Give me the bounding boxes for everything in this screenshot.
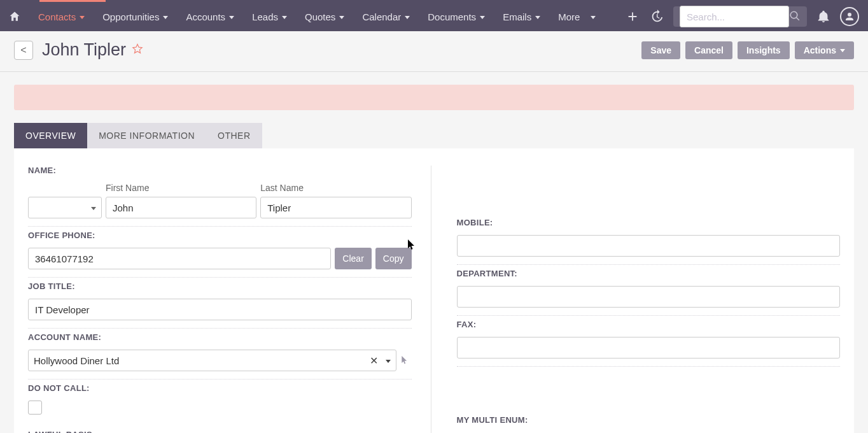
account-name-value[interactable]: Hollywood Diner Ltd [34,355,366,366]
nav-leads-label: Leads [252,11,278,22]
do-not-call-checkbox[interactable] [28,401,42,415]
nav-quotes[interactable]: Quotes [296,2,353,31]
nav-accounts[interactable]: Accounts [177,2,243,31]
chevron-down-icon [339,16,344,19]
mobile-input[interactable] [457,235,841,257]
account-clear-icon[interactable]: ✕ [366,355,382,367]
chevron-down-icon [282,16,287,19]
search-icon[interactable] [789,10,801,24]
insights-button[interactable]: Insights [738,41,790,59]
job-title-label: JOB TITLE: [28,281,412,291]
history-icon[interactable] [649,9,664,24]
account-name-label: ACCOUNT NAME: [28,332,412,342]
nav-documents[interactable]: Documents [419,2,494,31]
main-navbar: Contacts Opportunities Accounts Leads Qu… [0,2,868,31]
nav-opportunities[interactable]: Opportunities [94,2,177,31]
page-header: < John Tipler Save Cancel Insights Actio… [0,31,868,72]
form-panel: NAME: First Name Last Name [14,148,854,433]
home-icon[interactable] [0,2,29,31]
fax-label: FAX: [457,320,841,329]
last-name-label: Last Name [260,183,411,193]
nav-contacts-label: Contacts [38,11,76,22]
tab-more-information[interactable]: MORE INFORMATION [87,123,206,148]
nav-calendar[interactable]: Calendar [353,2,419,31]
chevron-down-icon [80,16,85,19]
lawful-basis-label: LAWFUL BASIS: [28,430,412,433]
tab-overview[interactable]: OVERVIEW [14,123,87,148]
chevron-down-icon [535,16,540,19]
nav-emails-label: Emails [503,11,531,22]
department-input[interactable] [457,286,841,308]
chevron-down-icon [405,16,410,19]
salutation-select[interactable] [28,197,102,218]
office-phone-label: OFFICE PHONE: [28,231,412,240]
search-input-container [673,6,807,27]
copy-phone-button[interactable]: Copy [375,248,412,269]
account-dropdown-icon[interactable] [386,360,391,363]
cancel-button[interactable]: Cancel [685,41,732,59]
tab-other[interactable]: OTHER [206,123,262,148]
nav-more-label: More [558,11,580,22]
nav-quotes-label: Quotes [305,11,335,22]
nav-contacts[interactable]: Contacts [29,2,94,31]
first-name-input[interactable] [106,197,256,218]
alert-banner [14,85,854,110]
actions-label: Actions [804,45,836,55]
chevron-down-icon [91,207,96,210]
add-icon[interactable] [625,9,640,24]
do-not-call-label: DO NOT CALL: [28,383,412,393]
page-title: John Tipler [42,40,126,60]
tabs: OVERVIEW MORE INFORMATION OTHER [14,123,854,148]
name-label: NAME: [28,166,412,175]
user-avatar[interactable] [840,7,859,26]
fax-input[interactable] [457,337,841,358]
nav-emails[interactable]: Emails [494,2,549,31]
nav-documents-label: Documents [428,11,476,22]
my-multi-enum-label: MY MULTI ENUM: [457,415,841,425]
nav-leads[interactable]: Leads [243,2,296,31]
salutation-spacer [28,183,102,193]
save-button[interactable]: Save [641,41,680,59]
nav-opportunities-label: Opportunities [102,11,159,22]
chevron-down-icon [163,16,168,19]
clear-phone-button[interactable]: Clear [335,248,371,269]
nav-calendar-label: Calendar [362,11,401,22]
favorite-star-icon[interactable] [131,43,144,57]
nav-accounts-label: Accounts [186,11,225,22]
chevron-down-icon [591,16,596,19]
job-title-input[interactable] [28,299,412,320]
last-name-input[interactable] [260,197,411,218]
chevron-down-icon [480,16,485,19]
back-button[interactable]: < [14,41,33,60]
account-select-icon[interactable] [400,356,412,365]
department-label: DEPARTMENT: [457,269,841,278]
bell-icon[interactable] [816,9,831,24]
mobile-label: MOBILE: [457,218,841,227]
office-phone-input[interactable] [28,248,331,269]
first-name-label: First Name [106,183,256,193]
chevron-down-icon [229,16,234,19]
actions-dropdown[interactable]: Actions [795,41,854,59]
chevron-down-icon [840,49,845,52]
search-input[interactable] [680,6,789,27]
nav-more[interactable]: More [549,2,604,31]
